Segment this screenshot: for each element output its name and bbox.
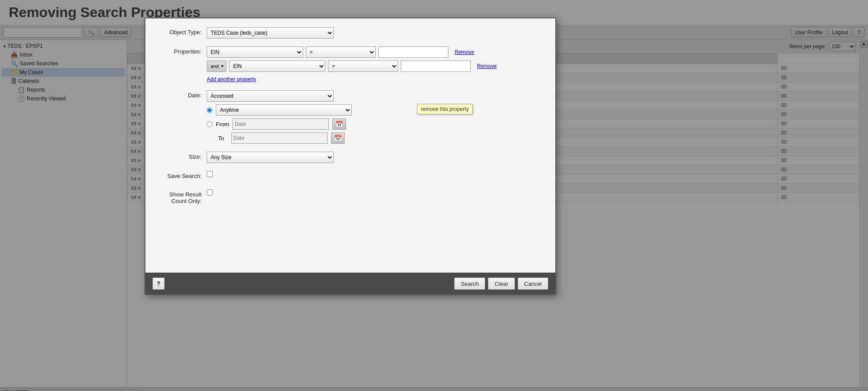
from-date-input[interactable] [233,118,329,130]
modal-body: Object Type: TEDS Case (teds_case) Prope… [145,18,555,273]
property-value-input-2[interactable] [401,60,471,72]
footer-left: ? [152,277,165,290]
operator-select-1[interactable]: = [306,46,376,58]
properties-row: Properties: EIN = Remove [159,46,542,82]
footer-right: Search Clear Cancel [454,277,548,290]
save-search-row: Save Search: [159,171,542,181]
to-date-input[interactable] [231,132,328,144]
anytime-select[interactable]: Anytime [216,104,352,116]
remove-link-1[interactable]: Remove [455,49,474,55]
object-type-label: Object Type: [159,27,207,36]
from-calendar-button[interactable]: 📅 [332,118,346,130]
operator-select-2[interactable]: = [328,60,398,72]
anytime-row: Anytime [207,104,542,116]
from-label: From [216,121,229,128]
properties-controls: EIN = Remove and ▼ [207,46,542,82]
modal-footer: ? Search Clear Cancel [145,273,555,294]
modal-clear-button[interactable]: Clear [488,277,515,290]
show-result-count-controls [207,189,542,200]
save-search-label: Save Search: [159,171,207,179]
modal-dialog: Object Type: TEDS Case (teds_case) Prope… [145,18,556,295]
add-property-link[interactable]: Add another property [207,76,256,82]
size-row: Size: Any Size [159,152,542,163]
property-select-2[interactable]: EIN [229,60,325,72]
and-connector: and ▼ [207,60,226,72]
to-label: To [218,135,224,142]
property-row-1: EIN = Remove [207,46,542,58]
show-result-count-label: Show Result Count Only: [159,189,207,204]
from-row: From 📅 [207,118,542,130]
anytime-radio[interactable] [207,107,212,113]
from-radio[interactable] [207,121,212,127]
show-result-count-row: Show Result Count Only: [159,189,542,204]
object-type-row: Object Type: TEDS Case (teds_case) [159,27,542,39]
property-select-1[interactable]: EIN [207,46,303,58]
modal-help-button[interactable]: ? [152,277,165,290]
save-search-controls [207,171,542,181]
date-label: Date: [159,90,207,99]
object-type-controls: TEDS Case (teds_case) [207,27,542,39]
modal-cancel-button[interactable]: Cancel [518,277,548,290]
property-value-input-1[interactable] [378,46,448,58]
date-type-select[interactable]: Accessed Modified Created [207,90,334,102]
date-row: Date: Accessed Modified Created Anytime … [159,90,542,144]
remove-link-2[interactable]: Remove [477,63,497,69]
size-controls: Any Size [207,152,542,163]
show-result-count-checkbox[interactable] [207,189,213,196]
tooltip-remove-property: remove this property [417,104,473,114]
property-row-2: and ▼ EIN = Remove [207,60,542,72]
show-result-count-checkbox-row [207,189,542,196]
and-label: and [209,64,220,69]
object-type-select[interactable]: TEDS Case (teds_case) [207,27,334,39]
date-controls: Accessed Modified Created Anytime From 📅 [207,90,542,144]
to-calendar-button[interactable]: 📅 [331,132,345,144]
to-row: To 📅 [207,132,542,144]
size-select[interactable]: Any Size [207,152,334,163]
properties-label: Properties: [159,46,207,55]
save-search-checkbox[interactable] [207,171,213,177]
and-button[interactable]: and ▼ [207,60,226,72]
and-dropdown-arrow: ▼ [220,64,224,68]
modal-search-button[interactable]: Search [454,277,485,290]
save-search-checkbox-row [207,171,542,177]
size-label: Size: [159,152,207,160]
